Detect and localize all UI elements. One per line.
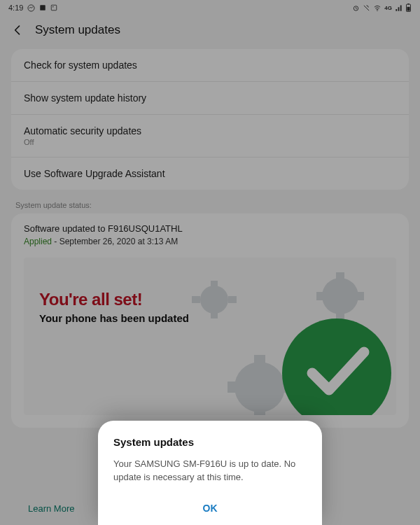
learn-more-link[interactable]: Learn More <box>28 503 74 514</box>
svg-point-14 <box>322 278 358 314</box>
status-time: 4:19 <box>8 4 23 12</box>
menu-auto-security[interactable]: Automatic security updates Off <box>11 115 409 158</box>
checkmark-circle <box>282 318 391 415</box>
battery-icon <box>405 4 412 12</box>
applied-label: Applied <box>24 237 52 246</box>
network-4g-icon: 4G <box>384 5 392 11</box>
menu-card: Check for system updates Show system upd… <box>11 49 409 190</box>
applied-date: - September 26, 2020 at 3:13 AM <box>52 237 178 246</box>
back-button[interactable] <box>10 22 25 38</box>
svg-rect-22 <box>227 382 240 393</box>
status-right: 4G <box>352 4 412 12</box>
applied-line: Applied - September 26, 2020 at 3:13 AM <box>24 237 396 246</box>
svg-rect-20 <box>254 355 265 368</box>
menu-label: Show system update history <box>24 92 396 104</box>
image-icon <box>50 4 57 11</box>
svg-point-3 <box>52 6 54 8</box>
svg-rect-8 <box>407 7 410 11</box>
svg-point-9 <box>200 286 228 314</box>
promo-text: You're all set! Your phone has been upda… <box>39 290 189 324</box>
menu-label: Automatic security updates <box>24 125 396 136</box>
gears-graphic <box>179 268 396 415</box>
menu-sub-value: Off <box>24 138 396 146</box>
wifi-icon <box>373 4 382 12</box>
dialog-title: System updates <box>113 436 307 448</box>
dialog-body: Your SAMSUNG SM-F916U is up to date. No … <box>113 458 307 484</box>
badge-icon <box>39 4 46 11</box>
svg-rect-2 <box>52 5 57 10</box>
status-bar: 4:19 4G <box>0 0 420 15</box>
svg-rect-1 <box>41 5 46 10</box>
promo-headline: You're all set! <box>39 290 189 309</box>
svg-rect-13 <box>228 296 237 303</box>
svg-rect-10 <box>211 281 218 289</box>
menu-update-history[interactable]: Show system update history <box>11 82 409 115</box>
update-status-dialog: System updates Your SAMSUNG SM-F916U is … <box>98 421 322 525</box>
promo-subline: Your phone has been updated <box>39 312 189 324</box>
status-card: Software updated to F916USQU1ATHL Applie… <box>11 214 409 428</box>
software-version: Software updated to F916USQU1ATHL <box>24 223 396 234</box>
svg-rect-12 <box>192 296 200 303</box>
svg-rect-11 <box>211 310 218 318</box>
svg-rect-15 <box>336 272 344 282</box>
status-left: 4:19 <box>8 4 57 12</box>
menu-label: Check for system updates <box>24 59 396 71</box>
svg-rect-18 <box>354 292 364 300</box>
signal-icon <box>395 4 402 12</box>
svg-rect-21 <box>254 407 265 415</box>
alarm-icon <box>352 4 360 12</box>
ok-button[interactable]: OK <box>113 497 307 515</box>
vibrate-icon <box>363 4 370 12</box>
menu-check-updates[interactable]: Check for system updates <box>11 49 409 82</box>
svg-point-5 <box>377 10 378 10</box>
svg-rect-7 <box>407 4 409 4</box>
svg-rect-16 <box>336 310 344 320</box>
menu-upgrade-assistant[interactable]: Use Software Upgrade Assistant <box>11 158 409 190</box>
page-title: System updates <box>35 23 120 37</box>
header: System updates <box>0 15 420 45</box>
promo-banner: You're all set! Your phone has been upda… <box>24 258 396 415</box>
menu-label: Use Software Upgrade Assistant <box>24 168 396 179</box>
svg-rect-17 <box>316 292 326 300</box>
svg-point-19 <box>234 362 285 412</box>
messenger-icon <box>27 4 35 12</box>
status-section-label: System update status: <box>0 194 420 212</box>
